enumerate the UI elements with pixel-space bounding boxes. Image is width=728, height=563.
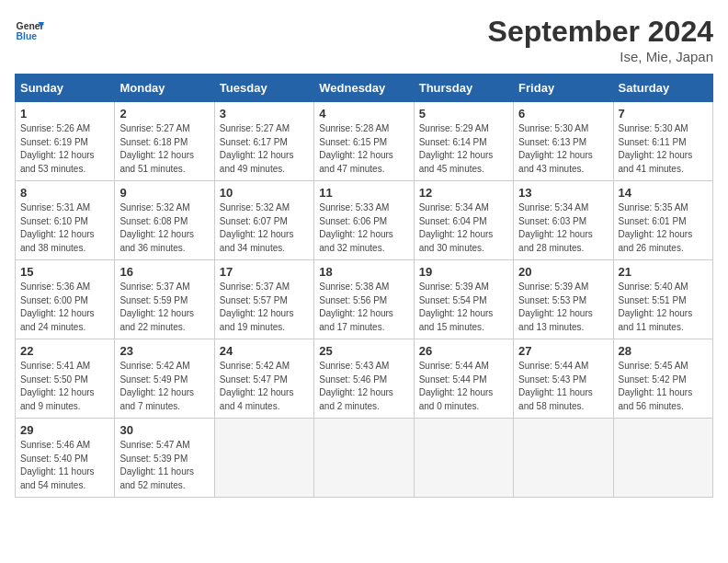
day-number: 9: [119, 186, 209, 200]
calendar-cell: 8Sunrise: 5:31 AM Sunset: 6:10 PM Daylig…: [16, 181, 115, 260]
calendar-cell: 28Sunrise: 5:45 AM Sunset: 5:42 PM Dayli…: [613, 339, 712, 419]
day-number: 27: [518, 344, 608, 358]
day-number: 7: [619, 107, 708, 121]
day-detail: Sunrise: 5:43 AM Sunset: 5:46 PM Dayligh…: [319, 360, 408, 413]
logo: General Blue: [15, 15, 44, 44]
day-detail: Sunrise: 5:34 AM Sunset: 6:04 PM Dayligh…: [419, 201, 508, 255]
day-detail: Sunrise: 5:46 AM Sunset: 5:40 PM Dayligh…: [20, 439, 109, 492]
svg-text:Blue: Blue: [17, 31, 38, 41]
header-monday: Monday: [115, 75, 214, 102]
day-number: 21: [619, 265, 708, 279]
calendar-cell: 17Sunrise: 5:37 AM Sunset: 5:57 PM Dayli…: [214, 260, 313, 339]
calendar-cell: 16Sunrise: 5:37 AM Sunset: 5:59 PM Dayli…: [115, 260, 214, 339]
day-detail: Sunrise: 5:31 AM Sunset: 6:10 PM Dayligh…: [20, 201, 109, 255]
day-detail: Sunrise: 5:47 AM Sunset: 5:39 PM Dayligh…: [119, 439, 209, 492]
header-tuesday: Tuesday: [214, 75, 313, 102]
day-number: 28: [619, 344, 708, 358]
day-number: 19: [419, 265, 508, 279]
day-number: 5: [419, 107, 508, 121]
day-detail: Sunrise: 5:32 AM Sunset: 6:08 PM Dayligh…: [119, 201, 209, 255]
calendar-cell: 4Sunrise: 5:28 AM Sunset: 6:15 PM Daylig…: [314, 102, 414, 181]
day-detail: Sunrise: 5:44 AM Sunset: 5:43 PM Dayligh…: [518, 360, 608, 413]
calendar-cell: 5Sunrise: 5:29 AM Sunset: 6:14 PM Daylig…: [414, 102, 513, 181]
calendar-cell: [514, 419, 613, 498]
day-detail: Sunrise: 5:32 AM Sunset: 6:07 PM Dayligh…: [220, 201, 309, 255]
logo-icon: General Blue: [15, 15, 44, 44]
calendar-cell: 30Sunrise: 5:47 AM Sunset: 5:39 PM Dayli…: [115, 419, 214, 498]
day-number: 22: [20, 344, 109, 358]
calendar-cell: 21Sunrise: 5:40 AM Sunset: 5:51 PM Dayli…: [613, 260, 712, 339]
calendar-cell: 18Sunrise: 5:38 AM Sunset: 5:56 PM Dayli…: [314, 260, 414, 339]
calendar-cell: 25Sunrise: 5:43 AM Sunset: 5:46 PM Dayli…: [314, 339, 414, 419]
calendar-cell: 24Sunrise: 5:42 AM Sunset: 5:47 PM Dayli…: [214, 339, 313, 419]
calendar-week-4: 22Sunrise: 5:41 AM Sunset: 5:50 PM Dayli…: [16, 339, 713, 419]
calendar-cell: [214, 419, 313, 498]
location-subtitle: Ise, Mie, Japan: [488, 49, 713, 64]
month-title: September 2024: [488, 15, 713, 49]
header-sunday: Sunday: [16, 75, 115, 102]
day-detail: Sunrise: 5:42 AM Sunset: 5:49 PM Dayligh…: [119, 360, 209, 413]
calendar-cell: 19Sunrise: 5:39 AM Sunset: 5:54 PM Dayli…: [414, 260, 513, 339]
calendar-cell: 20Sunrise: 5:39 AM Sunset: 5:53 PM Dayli…: [514, 260, 613, 339]
calendar-cell: 15Sunrise: 5:36 AM Sunset: 6:00 PM Dayli…: [16, 260, 115, 339]
day-detail: Sunrise: 5:29 AM Sunset: 6:14 PM Dayligh…: [419, 122, 508, 176]
calendar-cell: 1Sunrise: 5:26 AM Sunset: 6:19 PM Daylig…: [16, 102, 115, 181]
day-detail: Sunrise: 5:38 AM Sunset: 5:56 PM Dayligh…: [319, 281, 408, 334]
day-detail: Sunrise: 5:27 AM Sunset: 6:17 PM Dayligh…: [220, 122, 309, 176]
day-number: 24: [220, 344, 309, 358]
day-detail: Sunrise: 5:34 AM Sunset: 6:03 PM Dayligh…: [518, 201, 608, 255]
calendar-cell: [613, 419, 712, 498]
day-detail: Sunrise: 5:39 AM Sunset: 5:53 PM Dayligh…: [518, 281, 608, 334]
day-number: 13: [518, 186, 608, 200]
calendar-cell: [414, 419, 513, 498]
day-number: 1: [20, 107, 109, 121]
page-header: General Blue September 2024 Ise, Mie, Ja…: [15, 15, 713, 64]
header-thursday: Thursday: [414, 75, 513, 102]
calendar-cell: 3Sunrise: 5:27 AM Sunset: 6:17 PM Daylig…: [214, 102, 313, 181]
weekday-header-row: Sunday Monday Tuesday Wednesday Thursday…: [16, 75, 713, 102]
day-number: 10: [220, 186, 309, 200]
header-friday: Friday: [514, 75, 613, 102]
calendar-cell: 13Sunrise: 5:34 AM Sunset: 6:03 PM Dayli…: [514, 181, 613, 260]
day-detail: Sunrise: 5:39 AM Sunset: 5:54 PM Dayligh…: [419, 281, 508, 334]
calendar-cell: 11Sunrise: 5:33 AM Sunset: 6:06 PM Dayli…: [314, 181, 414, 260]
day-detail: Sunrise: 5:40 AM Sunset: 5:51 PM Dayligh…: [619, 281, 708, 334]
calendar-week-5: 29Sunrise: 5:46 AM Sunset: 5:40 PM Dayli…: [16, 419, 713, 498]
calendar-cell: 7Sunrise: 5:30 AM Sunset: 6:11 PM Daylig…: [613, 102, 712, 181]
day-number: 16: [119, 265, 209, 279]
calendar-week-2: 8Sunrise: 5:31 AM Sunset: 6:10 PM Daylig…: [16, 181, 713, 260]
calendar-cell: 10Sunrise: 5:32 AM Sunset: 6:07 PM Dayli…: [214, 181, 313, 260]
day-detail: Sunrise: 5:30 AM Sunset: 6:11 PM Dayligh…: [619, 122, 708, 176]
day-number: 6: [518, 107, 608, 121]
day-number: 29: [20, 423, 109, 437]
day-number: 2: [119, 107, 209, 121]
day-detail: Sunrise: 5:37 AM Sunset: 5:57 PM Dayligh…: [220, 281, 309, 334]
header-wednesday: Wednesday: [314, 75, 414, 102]
day-detail: Sunrise: 5:36 AM Sunset: 6:00 PM Dayligh…: [20, 281, 109, 334]
day-detail: Sunrise: 5:35 AM Sunset: 6:01 PM Dayligh…: [619, 201, 708, 255]
calendar-week-3: 15Sunrise: 5:36 AM Sunset: 6:00 PM Dayli…: [16, 260, 713, 339]
day-number: 12: [419, 186, 508, 200]
day-detail: Sunrise: 5:33 AM Sunset: 6:06 PM Dayligh…: [319, 201, 408, 255]
day-detail: Sunrise: 5:45 AM Sunset: 5:42 PM Dayligh…: [619, 360, 708, 413]
day-number: 4: [319, 107, 408, 121]
calendar-week-1: 1Sunrise: 5:26 AM Sunset: 6:19 PM Daylig…: [16, 102, 713, 181]
day-number: 23: [119, 344, 209, 358]
day-detail: Sunrise: 5:37 AM Sunset: 5:59 PM Dayligh…: [119, 281, 209, 334]
calendar-cell: 23Sunrise: 5:42 AM Sunset: 5:49 PM Dayli…: [115, 339, 214, 419]
calendar-cell: 9Sunrise: 5:32 AM Sunset: 6:08 PM Daylig…: [115, 181, 214, 260]
day-detail: Sunrise: 5:26 AM Sunset: 6:19 PM Dayligh…: [20, 122, 109, 176]
day-number: 3: [220, 107, 309, 121]
calendar-cell: 29Sunrise: 5:46 AM Sunset: 5:40 PM Dayli…: [16, 419, 115, 498]
header-saturday: Saturday: [613, 75, 712, 102]
day-number: 18: [319, 265, 408, 279]
day-detail: Sunrise: 5:27 AM Sunset: 6:18 PM Dayligh…: [119, 122, 209, 176]
calendar-cell: 26Sunrise: 5:44 AM Sunset: 5:44 PM Dayli…: [414, 339, 513, 419]
calendar-table: Sunday Monday Tuesday Wednesday Thursday…: [15, 74, 713, 498]
calendar-cell: 14Sunrise: 5:35 AM Sunset: 6:01 PM Dayli…: [613, 181, 712, 260]
day-number: 26: [419, 344, 508, 358]
day-number: 14: [619, 186, 708, 200]
calendar-cell: 2Sunrise: 5:27 AM Sunset: 6:18 PM Daylig…: [115, 102, 214, 181]
day-number: 25: [319, 344, 408, 358]
day-number: 11: [319, 186, 408, 200]
